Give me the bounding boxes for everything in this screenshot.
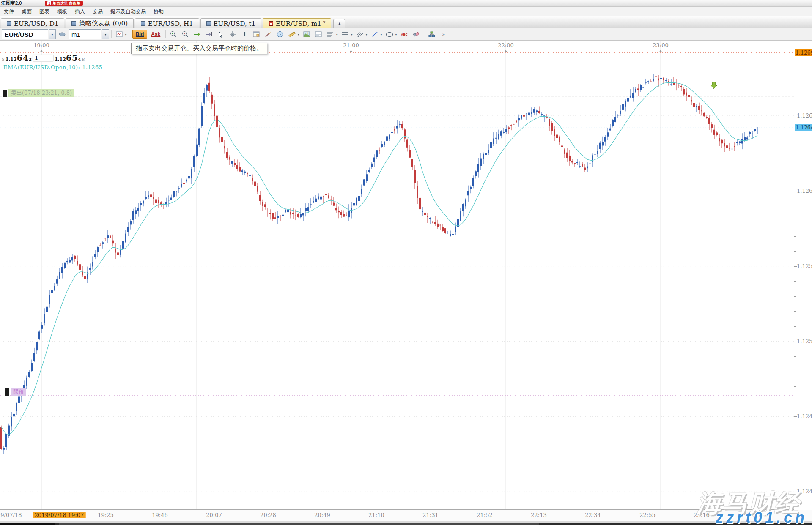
horizontal-lines-icon[interactable] xyxy=(340,29,351,39)
collapse-chevron-icon[interactable]: » xyxy=(438,29,449,39)
menu-alerts-autotrade[interactable]: 提示及自动交易 xyxy=(107,8,150,15)
menu-desktop[interactable]: 桌面 xyxy=(18,8,36,15)
tab-strategy-dashboard[interactable]: 策略仪表盘 (0/0) xyxy=(66,18,134,28)
pitchfork-dropdown-icon[interactable]: ▼ xyxy=(365,33,368,36)
pitchfork-icon[interactable] xyxy=(354,29,365,39)
current-price-tag: 1.12642 xyxy=(795,124,812,131)
time-axis-label: 22:55 xyxy=(639,512,655,518)
chart-tab-icon xyxy=(141,21,145,26)
chart-window-dropdown-icon[interactable]: ▼ xyxy=(124,33,127,36)
world-clock-icon[interactable] xyxy=(274,29,285,39)
brush-icon[interactable] xyxy=(263,29,274,39)
chart-window-icon[interactable] xyxy=(114,29,125,39)
tab-eurusd-h1[interactable]: EUR/USD, H1 xyxy=(135,18,199,28)
tab-eurusd-d1[interactable]: EUR/USD, D1 xyxy=(1,18,64,28)
new-window-icon[interactable] xyxy=(251,29,262,39)
time-axis-label: 20:28 xyxy=(260,512,276,518)
zoom-in-icon[interactable] xyxy=(168,29,179,39)
limit-order-label[interactable]: 限价 xyxy=(5,388,26,396)
time-axis-label: 21:10 xyxy=(368,512,384,518)
application-window: 汇图宝2.0 1 单击这里 市价单 文件 桌面 图表 模板 插入 交易 提示及自… xyxy=(0,0,812,525)
time-axis-label: 21:52 xyxy=(477,512,492,518)
text-abc-icon[interactable]: ABC xyxy=(399,29,410,39)
ibeam-icon[interactable]: I xyxy=(239,29,250,39)
chart-shift-icon[interactable] xyxy=(203,29,214,39)
sell-side-label: S xyxy=(2,57,5,62)
textbox-icon[interactable] xyxy=(313,29,324,39)
indicator-nodes-icon[interactable] xyxy=(426,29,437,39)
candlestick-chart[interactable]: 19:0020:0021:0022:0023:00 xyxy=(0,41,794,510)
ema-indicator-label: EMA(EUR/USD.Open,10): 1.1265 xyxy=(3,64,103,71)
ellipse-dropdown-icon[interactable]: ▼ xyxy=(395,33,398,36)
auto-scroll-icon[interactable] xyxy=(192,29,203,39)
sell-position-label[interactable]: 卖出(07/18 23:21, 0.8) xyxy=(3,89,74,97)
cursor-icon[interactable] xyxy=(215,29,226,39)
time-axis-label-highlighted: 2019/07/18 19:07 xyxy=(33,512,86,518)
zoom-out-icon[interactable] xyxy=(180,29,191,39)
period-select[interactable]: m1 xyxy=(69,29,102,39)
top-time-label: 23:00 xyxy=(653,42,668,49)
price-axis-label: 1.1250 xyxy=(797,338,812,345)
fibonacci-icon[interactable] xyxy=(325,29,336,39)
order-prompt-badge[interactable]: 1 单击这里 市价单 xyxy=(45,1,83,6)
top-time-label: 19:00 xyxy=(33,42,49,49)
menu-template[interactable]: 模板 xyxy=(53,8,71,15)
bid-price: 64 xyxy=(17,53,29,63)
title-bar: 汇图宝2.0 1 单击这里 市价单 xyxy=(0,0,812,7)
menu-insert[interactable]: 插入 xyxy=(71,8,89,15)
badge-count: 1 xyxy=(47,1,51,5)
top-time-label: 22:00 xyxy=(498,42,513,49)
menu-chart[interactable]: 图表 xyxy=(36,8,53,15)
buy-side-label: B xyxy=(82,57,85,62)
eraser-icon[interactable] xyxy=(411,29,422,39)
symbol-dropdown-icon[interactable]: ▼ xyxy=(49,29,56,39)
menu-help[interactable]: 协助 xyxy=(150,8,167,15)
sell-arrow-marker[interactable] xyxy=(710,82,717,89)
menu-file[interactable]: 文件 xyxy=(0,8,18,15)
menu-trade[interactable]: 交易 xyxy=(89,8,107,15)
photo-icon[interactable] xyxy=(301,29,312,39)
bid-line-tooltip: 指示卖出交易开仓、买入交易平仓时的价格。 xyxy=(131,43,267,54)
new-tab-button[interactable]: + xyxy=(333,19,345,28)
trendline-icon[interactable] xyxy=(369,29,380,39)
order-price-lines xyxy=(0,52,794,395)
tab-eurusd-m1-active[interactable]: EUR/USD, m1 x xyxy=(263,18,331,28)
badge-text: 单击这里 市价单 xyxy=(52,1,80,5)
price-axis[interactable]: 1.12651.12601.12551.12501.12451.12401.12… xyxy=(794,41,812,510)
crosshair-icon[interactable] xyxy=(227,29,238,39)
order-marker-icon xyxy=(5,388,9,396)
chart-tab-bar: EUR/USD, D1 策略仪表盘 (0/0) EUR/USD, H1 EUR/… xyxy=(0,16,812,28)
time-axis-label: 19:46 xyxy=(152,512,167,518)
app-title: 汇图宝2.0 xyxy=(1,0,22,6)
toolbar-separator xyxy=(130,30,130,38)
time-axis[interactable]: 2019/07/182019/07/18 19:0719:2519:4620:0… xyxy=(0,510,812,521)
time-axis-label: 23:37 xyxy=(748,512,763,518)
close-tab-icon[interactable]: x xyxy=(323,19,326,24)
toolbar-separator xyxy=(165,30,166,38)
hlines-dropdown-icon[interactable]: ▼ xyxy=(350,33,353,36)
ellipse-icon[interactable] xyxy=(384,29,395,39)
toolbar-separator xyxy=(424,30,424,38)
period-dropdown-icon[interactable]: ▼ xyxy=(102,29,109,39)
spread-value: 1 xyxy=(33,55,54,62)
bid-button[interactable]: Bid xyxy=(132,30,147,39)
price-axis-label: 1.1260 xyxy=(797,188,812,194)
ruler-dropdown-icon[interactable]: ▼ xyxy=(297,33,300,36)
trendline-dropdown-icon[interactable]: ▼ xyxy=(380,33,383,36)
chart-tab-icon-active xyxy=(269,21,273,26)
ask-price: 65 xyxy=(66,53,78,63)
time-axis-label: 22:13 xyxy=(531,512,546,518)
time-axis-label: 2019/07/18 xyxy=(0,512,22,518)
grid: 19:0020:0021:0022:0023:00 xyxy=(0,41,794,510)
toolbar-separator xyxy=(111,30,112,38)
ask-button[interactable]: Ask xyxy=(148,30,163,39)
symbol-pill-icon[interactable] xyxy=(57,29,68,39)
price-axis-label: 1.1265 xyxy=(797,112,812,119)
tab-eurusd-t1[interactable]: EUR/USD, t1 xyxy=(200,18,261,28)
fibonacci-dropdown-icon[interactable]: ▼ xyxy=(335,33,338,36)
toolbar: EUR/USD ▼ m1 ▼ ▼ Bid Ask I xyxy=(0,28,812,41)
symbol-select[interactable]: EUR/USD xyxy=(2,29,48,39)
ruler-icon[interactable] xyxy=(286,29,297,39)
position-marker-icon xyxy=(3,90,7,97)
time-axis-label: 23:16 xyxy=(694,512,709,518)
